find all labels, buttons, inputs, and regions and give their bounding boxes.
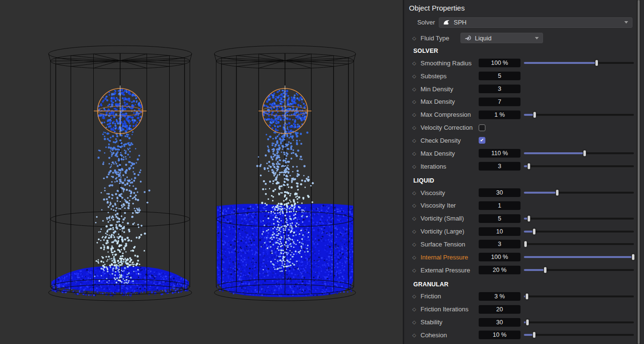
param-label-substeps: Substeps bbox=[421, 73, 479, 80]
chevron-down-icon bbox=[624, 21, 628, 24]
param-row-stability: ◇Stability30 bbox=[404, 316, 644, 329]
param-row-external-pressure: ◇External Pressure20 % bbox=[404, 264, 644, 277]
diamond-icon: ◇ bbox=[412, 36, 421, 41]
slider-handle[interactable] bbox=[526, 319, 529, 326]
diamond-icon: ◇ bbox=[412, 138, 421, 143]
param-row-internal-pressure: ◇Internal Pressure100 % bbox=[404, 251, 644, 264]
value-field-substeps[interactable]: 5 bbox=[479, 72, 520, 80]
panel-scrollbar[interactable] bbox=[638, 0, 640, 344]
slider-surface-tension[interactable] bbox=[524, 241, 634, 247]
value-field-cohesion[interactable]: 10 % bbox=[479, 331, 520, 339]
diamond-icon: ◇ bbox=[412, 229, 421, 234]
param-label-stability: Stability bbox=[421, 319, 479, 326]
slider-iterations[interactable] bbox=[524, 163, 634, 170]
slider-track bbox=[524, 334, 634, 336]
slider-fill bbox=[524, 192, 557, 194]
param-label-smoothing-radius: Smoothing Radius bbox=[421, 60, 479, 67]
section-header-liquid: LIQUID bbox=[404, 173, 644, 186]
slider-handle[interactable] bbox=[533, 332, 536, 338]
param-label-friction: Friction bbox=[421, 293, 479, 300]
value-field-stability[interactable]: 30 bbox=[479, 318, 520, 327]
slider-handle[interactable] bbox=[632, 254, 635, 260]
value-field-friction-iterations[interactable]: 20 bbox=[479, 305, 520, 314]
value-field-viscosity[interactable]: 30 bbox=[479, 188, 520, 197]
slider-handle[interactable] bbox=[556, 189, 559, 196]
param-label-min-density: Min Density bbox=[421, 86, 479, 93]
object-properties-panel: Object Properties Solver SPH ◇ Fluid Typ… bbox=[404, 0, 644, 344]
slider-max-density[interactable] bbox=[524, 150, 634, 157]
slider-handle[interactable] bbox=[527, 163, 531, 170]
value-field-vorticity-large[interactable]: 10 bbox=[479, 227, 520, 236]
param-label-max-density: Max Density bbox=[421, 98, 479, 105]
value-field-iterations[interactable]: 3 bbox=[479, 162, 520, 171]
slider-handle[interactable] bbox=[544, 267, 547, 273]
value-field-surface-tension[interactable]: 3 bbox=[479, 240, 520, 248]
diamond-icon: ◇ bbox=[412, 319, 421, 325]
fluid-type-dropdown[interactable]: Liquid bbox=[460, 33, 543, 43]
slider-handle[interactable] bbox=[525, 293, 529, 300]
slider-track bbox=[524, 231, 634, 233]
param-row-velocity-correction: ◇Velocity Correction bbox=[404, 121, 644, 134]
slider-friction[interactable] bbox=[524, 293, 634, 300]
section-header-granular: GRANULAR bbox=[404, 277, 644, 290]
param-label-external-pressure: External Pressure bbox=[421, 267, 479, 274]
checkbox-check-density[interactable]: ✔ bbox=[479, 137, 485, 144]
param-row-substeps: ◇Substeps5 bbox=[404, 70, 644, 83]
slider-max-compression[interactable] bbox=[524, 111, 634, 118]
diamond-icon: ◇ bbox=[412, 190, 421, 196]
param-row-min-density: ◇Min Density3 bbox=[404, 83, 644, 96]
value-field-min-density[interactable]: 3 bbox=[479, 85, 520, 93]
slider-fill bbox=[524, 62, 596, 64]
slider-viscosity[interactable] bbox=[524, 189, 634, 196]
value-field-max-compression[interactable]: 1 % bbox=[479, 111, 520, 119]
parameter-list: SOLVER◇Smoothing Radius100 %◇Substeps5◇M… bbox=[404, 43, 644, 342]
slider-internal-pressure[interactable] bbox=[524, 254, 634, 260]
param-row-friction: ◇Friction3 % bbox=[404, 290, 644, 303]
value-field-viscosity-iter[interactable]: 1 bbox=[479, 201, 520, 210]
checkbox-velocity-correction[interactable] bbox=[479, 124, 485, 131]
diamond-icon: ◇ bbox=[412, 203, 421, 208]
param-label-viscosity: Viscosity bbox=[421, 189, 479, 197]
diamond-icon: ◇ bbox=[412, 74, 421, 79]
slider-track bbox=[524, 165, 634, 167]
value-field-max-density[interactable]: 7 bbox=[479, 98, 520, 106]
value-field-smoothing-radius[interactable]: 100 % bbox=[479, 59, 520, 67]
param-label-vorticity-small: Vorticity (Small) bbox=[421, 215, 479, 222]
chevron-down-icon bbox=[535, 37, 539, 39]
slider-handle[interactable] bbox=[583, 150, 586, 157]
slider-stability[interactable] bbox=[524, 319, 634, 326]
param-label-vorticity-large: Vorticity (Large) bbox=[421, 228, 479, 235]
slider-track bbox=[524, 114, 634, 116]
slider-handle[interactable] bbox=[595, 60, 598, 66]
slider-vorticity-large[interactable] bbox=[524, 228, 634, 235]
slider-handle[interactable] bbox=[527, 215, 531, 222]
slider-handle[interactable] bbox=[533, 228, 536, 235]
diamond-icon: ◇ bbox=[412, 99, 421, 104]
param-label-max-compression: Max Compression bbox=[421, 111, 479, 118]
slider-cohesion[interactable] bbox=[524, 332, 634, 338]
diamond-icon: ◇ bbox=[412, 61, 421, 66]
value-field-friction[interactable]: 3 % bbox=[479, 292, 520, 301]
solver-value: SPH bbox=[454, 19, 467, 26]
param-label-cohesion: Cohesion bbox=[421, 332, 479, 339]
value-field-max-density[interactable]: 110 % bbox=[479, 149, 520, 158]
param-label-iterations: Iterations bbox=[421, 163, 479, 170]
slider-track bbox=[524, 295, 634, 297]
slider-handle[interactable] bbox=[533, 111, 536, 118]
slider-handle[interactable] bbox=[524, 241, 527, 247]
diamond-icon: ◇ bbox=[412, 151, 421, 156]
slider-external-pressure[interactable] bbox=[524, 267, 634, 273]
value-field-internal-pressure[interactable]: 100 % bbox=[479, 253, 520, 261]
param-label-velocity-correction: Velocity Correction bbox=[421, 124, 479, 131]
slider-smoothing-radius[interactable] bbox=[524, 60, 634, 66]
diamond-icon: ◇ bbox=[412, 294, 421, 299]
diamond-icon: ◇ bbox=[412, 255, 421, 260]
diamond-icon: ◇ bbox=[412, 164, 421, 169]
param-row-max-density: ◇Max Density7 bbox=[404, 96, 644, 109]
solver-dropdown[interactable]: SPH bbox=[439, 17, 632, 28]
value-field-vorticity-small[interactable]: 5 bbox=[479, 214, 520, 223]
param-row-surface-tension: ◇Surface Tension3 bbox=[404, 238, 644, 251]
viewport-3d[interactable] bbox=[0, 0, 403, 344]
slider-vorticity-small[interactable] bbox=[524, 215, 634, 222]
value-field-external-pressure[interactable]: 20 % bbox=[479, 266, 520, 274]
